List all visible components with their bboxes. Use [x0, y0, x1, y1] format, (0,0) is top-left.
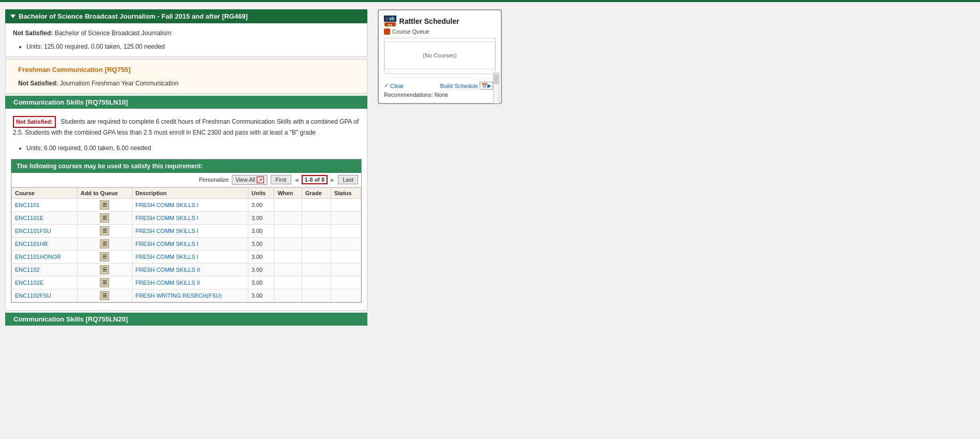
description-link[interactable]: FRESH COMM SKILLS I: [136, 241, 199, 247]
personalize-label: Personalize: [199, 177, 228, 183]
clear-icon: ✓: [384, 82, 389, 89]
first-button[interactable]: First: [271, 175, 291, 184]
comm-skills-1-header: Communication Skills [RQ755LN10]: [5, 96, 367, 109]
add-to-queue-button[interactable]: ☰: [100, 278, 109, 287]
add-to-queue-button[interactable]: ☰: [100, 239, 109, 248]
build-schedule-button[interactable]: Build Schedule 📅▶: [440, 82, 493, 90]
course-status: [331, 263, 361, 276]
course-units: 3.00: [248, 250, 274, 263]
course-description: FRESH COMM SKILLS I: [132, 224, 248, 237]
col-when: When: [274, 187, 302, 198]
courses-title: The following courses may be used to sat…: [11, 159, 361, 173]
comm-skills-1-description-text: Students are required to complete 6 cred…: [13, 118, 359, 136]
col-units: Units: [248, 187, 274, 198]
freshman-not-satisfied-label: Not Satisfied:: [18, 80, 58, 87]
freshman-link[interactable]: Freshman Communication [RQ755]: [11, 63, 362, 77]
course-link[interactable]: ENC1101E: [15, 215, 43, 221]
not-satisfied-box: Not Satisfied:: [13, 116, 56, 128]
collapse-triangle-icon[interactable]: [10, 14, 16, 18]
course-when: [274, 224, 302, 237]
course-units: 3.00: [248, 237, 274, 250]
course-grade: [302, 237, 331, 250]
logo-v: V: [385, 16, 389, 21]
table-row: ENC1101E☰FRESH COMM SKILLS I3.00: [12, 211, 361, 224]
main-content: Bachelor of Science Broadcast Journalism…: [5, 9, 367, 328]
course-units: 3.00: [248, 263, 274, 276]
degree-header: Bachelor of Science Broadcast Journalism…: [5, 9, 367, 23]
course-description: FRESH COMM SKILLS I: [132, 237, 248, 250]
add-to-queue-cell: ☰: [77, 276, 132, 289]
course-when: [274, 211, 302, 224]
recommendations-row: Recommendations: None: [384, 92, 496, 98]
description-link[interactable]: FRESH COMM SKILLS II: [136, 280, 200, 286]
course-when: [274, 237, 302, 250]
scheduler-actions: ✓ Clear Build Schedule 📅▶: [384, 78, 493, 90]
description-link[interactable]: FRESH COMM SKILLS II: [136, 267, 200, 273]
scrollbar[interactable]: [493, 72, 499, 104]
course-code: ENC1102: [12, 263, 78, 276]
course-code: ENC1101HONOR: [12, 250, 78, 263]
course-link[interactable]: ENC1102FSU: [15, 292, 51, 299]
course-units: 3.00: [248, 198, 274, 211]
add-to-queue-cell: ☰: [77, 263, 132, 276]
add-to-queue-button[interactable]: ☰: [100, 252, 109, 261]
add-to-queue-button[interactable]: ☰: [100, 213, 109, 223]
last-button[interactable]: Last: [338, 175, 358, 184]
course-code: ENC1102FSU: [12, 289, 78, 302]
logo-sb: sb: [389, 16, 395, 21]
courses-box: The following courses may be used to sat…: [11, 159, 362, 303]
description-link[interactable]: FRESH COMM SKILLS I: [136, 202, 199, 208]
freshman-not-satisfied-text: Journalism Freshman Year Communication: [60, 80, 179, 87]
course-grade: [302, 250, 331, 263]
freshman-section: Freshman Communication [RQ755] Not Satis…: [5, 59, 367, 94]
course-link[interactable]: ENC1101FSU: [15, 228, 51, 234]
comm-skills-1-units-list: Units: 6.00 required, 0.00 taken, 6.00 n…: [6, 141, 367, 155]
comm-skills-1-title: Communication Skills [RQ755LN10]: [13, 98, 128, 106]
course-link[interactable]: ENC1102: [15, 267, 40, 273]
col-add-to-queue: Add to Queue: [77, 187, 132, 198]
course-description: FRESH COMM SKILLS I: [132, 211, 248, 224]
top-bar: [0, 0, 980, 2]
course-units: 3.00: [248, 276, 274, 289]
course-when: [274, 198, 302, 211]
course-when: [274, 289, 302, 302]
course-link[interactable]: ENC1101HB: [15, 241, 48, 247]
course-grade: [302, 224, 331, 237]
description-link[interactable]: FRESH WRITING RESRCH(FSU): [136, 292, 222, 299]
course-code: ENC1101: [12, 198, 78, 211]
view-all-button[interactable]: View All ↗: [232, 175, 268, 185]
add-to-queue-button[interactable]: ☰: [100, 200, 109, 210]
comm-skills-1-desc: Not Satisfied: Students are required to …: [6, 112, 367, 141]
table-row: ENC1101FSU☰FRESH COMM SKILLS I3.00: [12, 224, 361, 237]
scheduler-header: V sb ●● Rattler Scheduler: [384, 16, 496, 26]
queue-area: (No Courses): [384, 38, 496, 74]
comm-skills-2-header: Communication Skills [RQ755LN20]: [5, 313, 367, 326]
course-link[interactable]: ENC1101: [15, 202, 40, 208]
course-status: [331, 237, 361, 250]
description-link[interactable]: FRESH COMM SKILLS I: [136, 254, 199, 260]
comm-skills-2-section: Communication Skills [RQ755LN20]: [5, 313, 367, 326]
course-link[interactable]: ENC1102E: [15, 280, 43, 286]
clear-button[interactable]: ✓ Clear: [384, 82, 404, 89]
add-to-queue-cell: ☰: [77, 250, 132, 263]
add-to-queue-button[interactable]: ☰: [100, 265, 109, 274]
course-link[interactable]: ENC1101HONOR: [15, 254, 61, 260]
course-units: 3.00: [248, 289, 274, 302]
view-all-icon: ↗: [257, 177, 264, 183]
course-description: FRESH COMM SKILLS II: [132, 263, 248, 276]
course-code: ENC1101FSU: [12, 224, 78, 237]
queue-icon: [384, 28, 390, 35]
add-to-queue-cell: ☰: [77, 211, 132, 224]
description-link[interactable]: FRESH COMM SKILLS I: [136, 215, 199, 221]
add-to-queue-cell: ☰: [77, 289, 132, 302]
build-schedule-icon: 📅▶: [480, 82, 493, 90]
course-status: [331, 198, 361, 211]
sidebar: V sb ●● Rattler Scheduler Course Queue (…: [378, 9, 502, 328]
description-link[interactable]: FRESH COMM SKILLS I: [136, 228, 199, 234]
page-wrapper: Bachelor of Science Broadcast Journalism…: [0, 4, 980, 333]
add-to-queue-button[interactable]: ☰: [100, 291, 109, 300]
degree-section: Bachelor of Science Broadcast Journalism…: [5, 9, 367, 57]
course-description: FRESH COMM SKILLS I: [132, 250, 248, 263]
col-status: Status: [331, 187, 361, 198]
add-to-queue-button[interactable]: ☰: [100, 226, 109, 236]
